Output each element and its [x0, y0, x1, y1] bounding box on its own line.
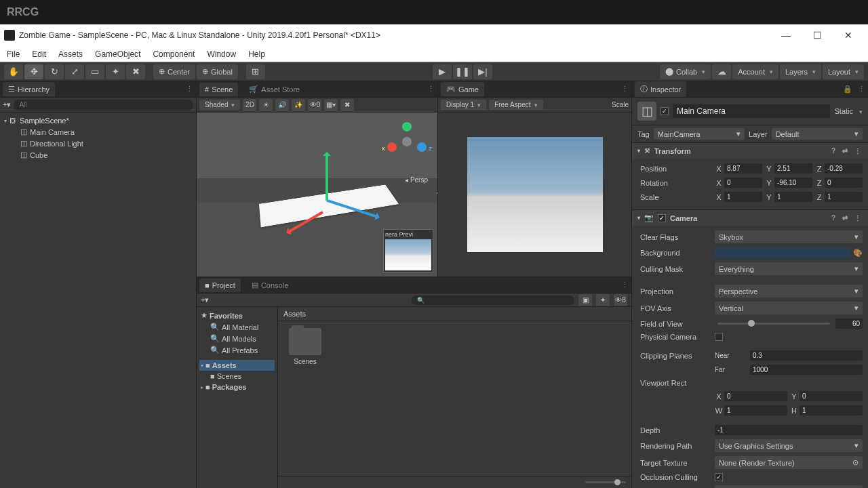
custom-tool[interactable]: ✖	[126, 64, 145, 79]
near-input[interactable]	[750, 350, 863, 361]
menu-window[interactable]: Window	[207, 49, 236, 59]
console-tab[interactable]: ▤ Console	[246, 278, 294, 292]
hierarchy-options-icon[interactable]: ⋮	[186, 85, 193, 94]
pause-button[interactable]: ❚❚	[453, 64, 472, 79]
pos-z-input[interactable]	[825, 163, 863, 174]
close-button[interactable]: ✕	[833, 24, 864, 46]
fx-toggle[interactable]: ✨	[292, 99, 305, 111]
far-input[interactable]	[750, 365, 863, 375]
hierarchy-search-input[interactable]	[14, 100, 193, 110]
projection-dropdown[interactable]: Perspective▾	[715, 285, 863, 298]
packages-folder[interactable]: ▸■ Packages	[199, 382, 275, 392]
fov-slider[interactable]	[717, 323, 830, 325]
aspect-dropdown[interactable]: Free Aspect	[489, 100, 542, 110]
scene-row[interactable]: ▾ ⛋ SampleScene*	[0, 115, 196, 126]
scene-tab[interactable]: # Scene	[199, 83, 238, 96]
fav-item[interactable]: 🔍 All Prefabs	[199, 344, 275, 356]
menu-component[interactable]: Component	[153, 49, 195, 59]
hand-tool[interactable]: ✋	[4, 64, 23, 79]
depth-input[interactable]	[715, 425, 863, 435]
viewport-w[interactable]	[724, 405, 787, 415]
gizmos-dropdown[interactable]: ✖	[340, 99, 354, 111]
project-add-button[interactable]: +▾	[201, 296, 209, 304]
project-options-icon[interactable]: ⋮	[621, 281, 629, 289]
orientation-gizmo[interactable]: x z	[383, 118, 431, 165]
shading-mode-dropdown[interactable]: Shaded	[199, 100, 240, 110]
inspector-options-icon[interactable]: ⋮	[858, 85, 865, 94]
collab-dropdown[interactable]: ⬤ Collab	[660, 64, 711, 79]
persp-label[interactable]: ◂ Persp	[405, 176, 428, 184]
pos-x-input[interactable]	[724, 163, 762, 174]
hierarchy-tab[interactable]: ☰ Hierarchy	[3, 82, 55, 96]
scale-z-input[interactable]	[825, 192, 863, 202]
inspector-lock-icon[interactable]: 🔒	[843, 85, 852, 94]
collapse-icon[interactable]: ▾	[4, 118, 7, 124]
scene-view[interactable]: x z ◂ Persp nera Previ ↔	[197, 113, 437, 277]
hidden-count[interactable]: 👁8	[614, 294, 627, 306]
inspector-tab[interactable]: ⓘ Inspector	[635, 81, 686, 97]
clear-flags-dropdown[interactable]: Skybox▾	[715, 230, 863, 243]
viewport-y[interactable]	[800, 391, 863, 401]
transform-header[interactable]: ▾⤧ Transform ?⇄⋮	[632, 143, 868, 159]
filter-button[interactable]: ▣	[578, 294, 592, 306]
menu-gameobject[interactable]: GameObject	[95, 49, 140, 59]
occlusion-checkbox[interactable]	[715, 473, 723, 481]
object-name-input[interactable]	[673, 104, 830, 118]
save-search-button[interactable]: ✦	[596, 294, 610, 306]
physical-camera-checkbox[interactable]	[715, 333, 723, 341]
project-tab[interactable]: ■ Project	[199, 279, 241, 292]
fov-axis-dropdown[interactable]: Vertical▾	[715, 302, 863, 314]
cloud-button[interactable]: ☁	[712, 64, 731, 79]
hierarchy-item[interactable]: ◫ Directional Light	[0, 138, 196, 149]
move-tool[interactable]: ✥	[24, 64, 43, 79]
project-search-input[interactable]	[412, 296, 574, 305]
scale-tool[interactable]: ⤢	[65, 64, 84, 79]
rotate-tool[interactable]: ↻	[45, 64, 64, 79]
folder-item[interactable]: Scenes	[285, 328, 326, 365]
tag-dropdown[interactable]: MainCamera▾	[654, 128, 745, 140]
fav-item[interactable]: 🔍 All Models	[199, 333, 275, 344]
space-toggle[interactable]: ⊕Global	[197, 64, 238, 79]
snap-button[interactable]: ⊞	[246, 64, 265, 79]
game-tab[interactable]: 🎮 Game	[441, 82, 484, 96]
gizmo-toggle[interactable]: ▦▾	[324, 99, 338, 111]
audio-toggle[interactable]: 🔊	[275, 99, 289, 111]
display-dropdown[interactable]: Display 1	[441, 100, 486, 110]
menu-edit[interactable]: Edit	[32, 49, 46, 59]
active-checkbox[interactable]	[660, 107, 669, 115]
viewport-h[interactable]	[800, 405, 863, 415]
hdr-dropdown[interactable]: Use Graphics Settings▾	[715, 485, 863, 488]
hierarchy-item[interactable]: ◫ Main Camera	[0, 126, 196, 138]
background-color[interactable]	[715, 247, 850, 258]
rot-y-input[interactable]	[774, 178, 812, 188]
fov-input[interactable]	[835, 319, 863, 329]
minimize-button[interactable]: —	[770, 24, 802, 46]
account-dropdown[interactable]: Account	[732, 64, 778, 79]
hierarchy-item[interactable]: ◫ Cube	[0, 149, 196, 161]
menu-help[interactable]: Help	[248, 49, 265, 59]
viewport-x[interactable]	[724, 391, 787, 401]
maximize-button[interactable]: ☐	[802, 24, 833, 46]
layers-dropdown[interactable]: Layers	[780, 64, 821, 79]
menu-file[interactable]: File	[7, 49, 20, 59]
culling-dropdown[interactable]: Everything▾	[715, 262, 863, 275]
scale-x-input[interactable]	[724, 192, 762, 202]
color-picker-icon[interactable]: 🎨	[853, 249, 863, 258]
transform-tool[interactable]: ✦	[106, 64, 125, 79]
rot-z-input[interactable]	[825, 178, 863, 188]
lighting-toggle[interactable]: ☀	[259, 99, 273, 111]
icon-size-slider[interactable]	[585, 481, 626, 483]
camera-enable-checkbox[interactable]	[658, 214, 666, 222]
y-axis-handle[interactable]	[326, 153, 328, 201]
render-path-dropdown[interactable]: Use Graphics Settings▾	[715, 439, 863, 452]
asset-store-tab[interactable]: 🛒 Asset Store	[243, 82, 305, 96]
rect-tool[interactable]: ▭	[85, 64, 104, 79]
pivot-toggle[interactable]: ⊕Center	[153, 64, 195, 79]
layout-dropdown[interactable]: Layout	[823, 64, 864, 79]
fav-item[interactable]: 🔍 All Material	[199, 321, 275, 333]
rot-x-input[interactable]	[724, 178, 762, 188]
favorites-header[interactable]: ★ Favorites	[199, 310, 275, 321]
menu-assets[interactable]: Assets	[58, 49, 83, 59]
camera-header[interactable]: ▾📷 Camera ?⇄⋮	[632, 210, 868, 226]
layer-dropdown[interactable]: Default▾	[772, 128, 863, 140]
